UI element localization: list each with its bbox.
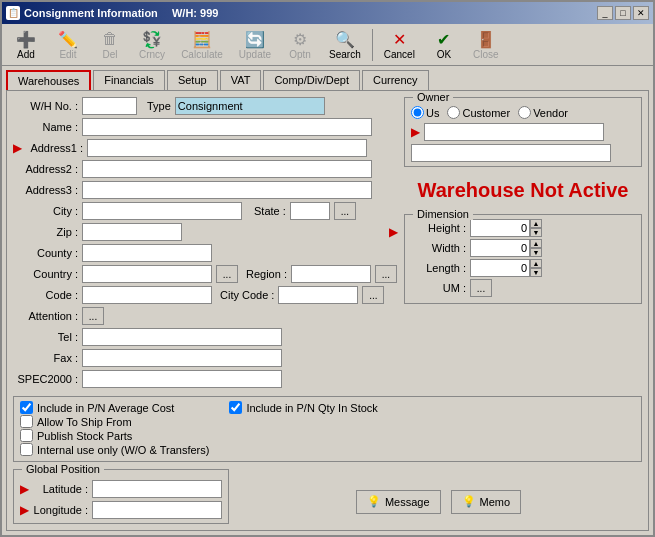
length-row: Length : ▲ ▼ (411, 259, 635, 277)
tel-input[interactable] (82, 328, 282, 346)
update-button[interactable]: 🔄 Update (232, 26, 278, 63)
address1-row: ▶ Address1 : (13, 139, 398, 157)
include-pn-avg-checkbox[interactable] (20, 401, 33, 414)
vendor-radio-label: Vendor (533, 107, 568, 119)
address2-label: Address2 : (13, 163, 78, 175)
code-citycode-row: Code : City Code : ... (13, 286, 398, 304)
city-input[interactable] (82, 202, 242, 220)
allow-ship-checkbox[interactable] (20, 415, 33, 428)
county-label: County : (13, 247, 78, 259)
owner-input[interactable] (424, 123, 604, 141)
internal-use-row: Internal use only (W/O & Transfers) (20, 443, 209, 456)
width-spinner-up[interactable]: ▲ (530, 239, 542, 248)
crncy-icon: 💱 (142, 29, 162, 49)
width-input[interactable] (470, 239, 530, 257)
region-ellipsis-button[interactable]: ... (375, 265, 397, 283)
address1-input[interactable] (87, 139, 367, 157)
us-radio[interactable] (411, 106, 424, 119)
search-label: Search (329, 49, 361, 60)
tab-financials[interactable]: Financials (93, 70, 165, 90)
state-input[interactable] (290, 202, 330, 220)
us-radio-item: Us (411, 106, 439, 119)
title-bar-controls: _ □ ✕ (597, 6, 649, 20)
publish-stock-checkbox[interactable] (20, 429, 33, 442)
tab-vat[interactable]: VAT (220, 70, 262, 90)
length-spinner-up[interactable]: ▲ (530, 259, 542, 268)
wh-no-label: W/H No. : (13, 100, 78, 112)
add-label: Add (17, 49, 35, 60)
address3-input[interactable] (82, 181, 372, 199)
edit-button[interactable]: ✏️ Edit (48, 26, 88, 63)
attention-row: Attention : ... (13, 307, 398, 325)
citycode-ellipsis-button[interactable]: ... (362, 286, 384, 304)
memo-label: Memo (480, 496, 511, 508)
del-icon: 🗑 (102, 29, 118, 49)
tab-compdivdept[interactable]: Comp/Div/Dept (263, 70, 360, 90)
include-pn-qty-checkbox[interactable] (229, 401, 242, 414)
citycode-input[interactable] (278, 286, 358, 304)
tab-warehouses[interactable]: Warehouses (6, 70, 91, 90)
county-input[interactable] (82, 244, 212, 262)
height-input[interactable] (470, 219, 530, 237)
name-input[interactable] (82, 118, 372, 136)
ok-button[interactable]: ✔ OK (424, 26, 464, 63)
right-panel: Owner Us Customer Vendor (404, 97, 642, 391)
include-pn-qty-row: Include in P/N Qty In Stock (229, 401, 377, 414)
code-input[interactable] (82, 286, 212, 304)
message-button[interactable]: 💡 Message (356, 490, 441, 514)
global-position-group: Global Position ▶ Latitude : ▶ Longitude… (13, 469, 229, 524)
height-spinner-down[interactable]: ▼ (530, 228, 542, 237)
customer-radio[interactable] (447, 106, 460, 119)
wh-no-input[interactable] (82, 97, 137, 115)
calculate-button[interactable]: 🧮 Calculate (174, 26, 230, 63)
spec-label: SPEC2000 : (13, 373, 78, 385)
optn-button[interactable]: ⚙ Optn (280, 26, 320, 63)
region-input[interactable] (291, 265, 371, 283)
state-ellipsis-button[interactable]: ... (334, 202, 356, 220)
close-button-toolbar[interactable]: 🚪 Close (466, 26, 506, 63)
spec-input[interactable] (82, 370, 282, 388)
memo-button[interactable]: 💡 Memo (451, 490, 522, 514)
internal-use-checkbox[interactable] (20, 443, 33, 456)
main-window: 📋 Consignment Information W/H: 999 _ □ ✕… (0, 0, 655, 537)
del-button[interactable]: 🗑 Del (90, 26, 130, 63)
vendor-radio[interactable] (518, 106, 531, 119)
tab-setup[interactable]: Setup (167, 70, 218, 90)
toolbar-separator (372, 29, 373, 61)
global-position-legend: Global Position (22, 463, 104, 475)
attention-ellipsis-button[interactable]: ... (82, 307, 104, 325)
length-input[interactable] (470, 259, 530, 277)
fax-label: Fax : (13, 352, 78, 364)
window-icon: 📋 (6, 6, 20, 20)
width-row: Width : ▲ ▼ (411, 239, 635, 257)
include-pn-qty-label: Include in P/N Qty In Stock (246, 402, 377, 414)
maximize-button[interactable]: □ (615, 6, 631, 20)
height-spinner-up[interactable]: ▲ (530, 219, 542, 228)
country-ellipsis-button[interactable]: ... (216, 265, 238, 283)
zip-input[interactable] (82, 223, 182, 241)
latitude-input[interactable] (92, 480, 222, 498)
length-spinner: ▲ ▼ (530, 259, 542, 277)
wh-label: W/H: 999 (172, 7, 218, 19)
address2-input[interactable] (82, 160, 372, 178)
longitude-input[interactable] (92, 501, 222, 519)
search-button[interactable]: 🔍 Search (322, 26, 368, 63)
add-button[interactable]: ➕ Add (6, 26, 46, 63)
country-input[interactable] (82, 265, 212, 283)
width-spinner-down[interactable]: ▼ (530, 248, 542, 257)
um-ellipsis-button[interactable]: ... (470, 279, 492, 297)
type-input[interactable] (175, 97, 325, 115)
crncy-button[interactable]: 💱 Crncy (132, 26, 172, 63)
optn-icon: ⚙ (293, 29, 307, 49)
publish-stock-row: Publish Stock Parts (20, 429, 209, 442)
owner-input2[interactable] (411, 144, 611, 162)
cancel-button[interactable]: ✕ Cancel (377, 26, 422, 63)
address1-arrow-icon: ▶ (13, 141, 22, 155)
length-spinner-down[interactable]: ▼ (530, 268, 542, 277)
tab-currency[interactable]: Currency (362, 70, 429, 90)
minimize-button[interactable]: _ (597, 6, 613, 20)
fax-input[interactable] (82, 349, 282, 367)
memo-light-icon: 💡 (462, 495, 476, 508)
longitude-label: Longitude : (33, 504, 88, 516)
close-button[interactable]: ✕ (633, 6, 649, 20)
